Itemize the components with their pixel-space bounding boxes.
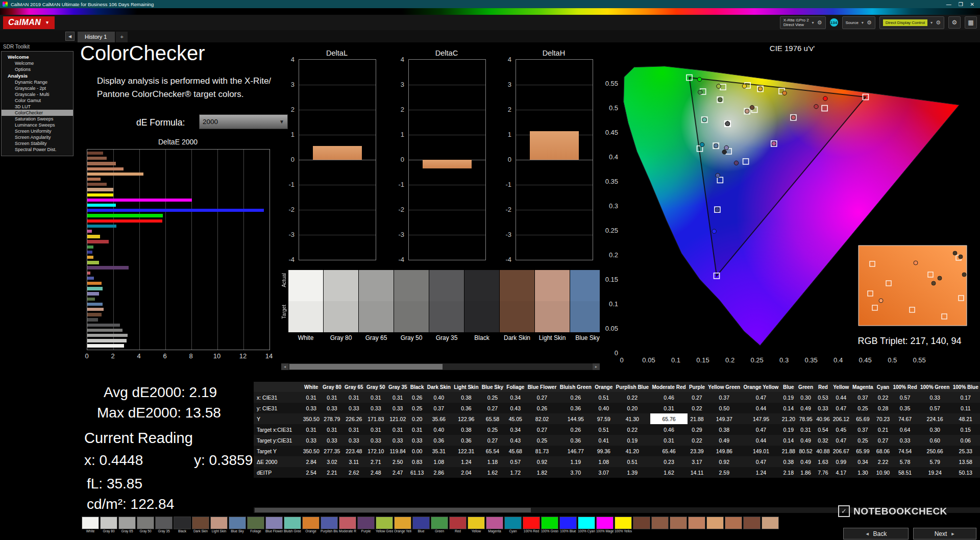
table-cell[interactable]: 99.36 [593,446,614,456]
scrollbar-thumb[interactable] [255,508,531,512]
table-cell[interactable]: 0.26 [558,424,594,435]
sidebar-item-dynamic-range[interactable]: Dynamic Range [2,79,73,85]
sidebar-item-welcome[interactable]: Welcome [2,60,73,66]
minimize-button[interactable]: — [946,2,951,7]
table-cell[interactable]: 0.33 [343,403,365,413]
table-cell[interactable]: 0.33 [343,435,365,446]
table-cell[interactable]: 0.53 [815,392,831,403]
patch-swatch-100-cyan[interactable]: 100% Cyan [578,517,595,534]
gear-icon[interactable]: ⚙ [817,19,822,26]
table-cell[interactable]: 2.47 [387,467,409,478]
table-cell[interactable]: 0.27 [526,424,558,435]
table-cell[interactable]: 0.31 [387,392,409,403]
patch-swatch-purple[interactable]: Purple [357,517,375,534]
table-cell[interactable]: 0.14 [780,403,797,413]
patch-swatch-gray-65[interactable]: Gray 65 [118,517,136,534]
table-cell[interactable]: 0.33 [387,403,409,413]
patch-swatch[interactable] [743,517,761,534]
table-cell[interactable]: 2.62 [343,467,365,478]
table-cell[interactable]: 171.83 [365,413,387,424]
close-button[interactable]: ✕ [970,2,974,7]
table-cell[interactable]: 61.13 [409,467,426,478]
table-cell[interactable]: 3.07 [593,467,614,478]
table-cell[interactable]: 5.79 [919,456,951,467]
table-cell[interactable]: 1.08 [593,456,614,467]
patch-swatch-purplish-blue[interactable]: Purplish Blue [321,517,338,534]
table-cell[interactable]: 40.88 [815,446,831,456]
table-cell[interactable]: 2.04 [452,467,480,478]
table-cell[interactable]: 0.47 [831,403,851,413]
table-cell[interactable]: 0.33 [365,403,387,413]
layout-button[interactable]: ▦ [965,16,977,29]
table-cell[interactable]: 0.31 [409,424,426,435]
table-cell[interactable]: 65.69 [851,413,875,424]
comparison-scrollbar[interactable]: ◄ ► [281,363,600,370]
table-cell[interactable]: 0.26 [409,392,426,403]
table-cell[interactable]: 0.31 [650,403,688,413]
table-cell[interactable]: 0.27 [875,435,891,446]
patch-swatch-100-magenta[interactable]: 100% Magenta [596,517,614,534]
table-cell[interactable]: 0.38 [452,392,480,403]
table-cell[interactable]: 0.33 [815,403,831,413]
table-cell[interactable]: 0.83 [409,456,426,467]
table-cell[interactable]: 144.95 [558,413,594,424]
patch-swatch-bluish-green[interactable]: Bluish Green [284,517,301,534]
calman-logo-menu[interactable]: CalMAN ▾ [3,16,55,29]
sidebar-collapse-button[interactable]: ◀ [65,32,75,41]
table-cell[interactable]: 74.54 [891,446,919,456]
patch-swatch-blue[interactable]: Blue [412,517,430,534]
table-cell[interactable]: 172.10 [365,446,387,456]
table-cell[interactable]: 0.33 [409,435,426,446]
table-cell[interactable]: 0.34 [505,392,526,403]
table-cell[interactable]: 0.31 [365,392,387,403]
table-cell[interactable]: 70.23 [875,413,891,424]
patch-swatch-100-green[interactable]: 100% Green [541,517,558,534]
table-cell[interactable]: 0.44 [742,403,780,413]
add-tab-button[interactable]: + [116,32,127,42]
table-cell[interactable]: 0.99 [831,456,851,467]
table-cell[interactable]: 1.62 [480,467,505,478]
table-cell[interactable]: 0.60 [919,435,951,446]
table-cell[interactable]: 0.33 [365,435,387,446]
table-cell[interactable]: 0.25 [851,435,875,446]
table-cell[interactable]: 35.31 [426,446,452,456]
table-cell[interactable]: 0.37 [851,392,875,403]
patch-swatch-gray-80[interactable]: Gray 80 [100,517,117,534]
table-cell[interactable]: 0.27 [688,392,706,403]
table-cell[interactable]: 0.47 [742,392,780,403]
table-cell[interactable]: 0.51 [614,456,650,467]
table-cell[interactable]: 45.05 [505,413,526,424]
table-cell[interactable]: 2.84 [302,456,321,467]
table-cell[interactable]: 0.38 [706,424,742,435]
table-cell[interactable]: 0.31 [650,435,688,446]
patch-swatch[interactable] [670,517,687,534]
table-cell[interactable]: 0.40 [426,392,452,403]
table-cell[interactable]: 0.25 [480,424,505,435]
table-cell[interactable]: 0.17 [951,392,980,403]
table-cell[interactable]: 0.36 [558,403,594,413]
table-cell[interactable]: 0.31 [302,424,321,435]
table-cell[interactable]: 0.44 [742,435,780,446]
table-cell[interactable]: 1.39 [614,467,650,478]
table-cell[interactable]: 0.38 [452,424,480,435]
patch-swatch-100-blue[interactable]: 100% Blue [559,517,577,534]
table-cell[interactable]: 0.25 [851,403,875,413]
sidebar-item-grayscale-2pt[interactable]: Grayscale - 2pt [2,85,73,91]
table-cell[interactable]: 45.68 [505,446,526,456]
patch-swatch-light-skin[interactable]: Light Skin [210,517,228,534]
table-cell[interactable]: 122.96 [452,413,480,424]
table-cell[interactable]: 226.26 [343,413,365,424]
table-cell[interactable]: 0.37 [706,392,742,403]
sidebar-item-saturation-sweeps[interactable]: Saturation Sweeps [2,116,73,122]
table-cell[interactable]: 206.12 [831,413,851,424]
table-cell[interactable]: 0.51 [593,392,614,403]
table-cell[interactable]: 0.31 [321,392,343,403]
patch-swatch[interactable] [706,517,724,534]
patch-swatch[interactable] [762,517,779,534]
table-cell[interactable]: 146.77 [558,446,594,456]
table-cell[interactable]: 65.99 [851,446,875,456]
table-cell[interactable]: 40.96 [815,413,831,424]
table-cell[interactable]: 0.31 [302,392,321,403]
table-cell[interactable]: 3.17 [688,456,706,467]
table-cell[interactable]: 41.30 [614,413,650,424]
